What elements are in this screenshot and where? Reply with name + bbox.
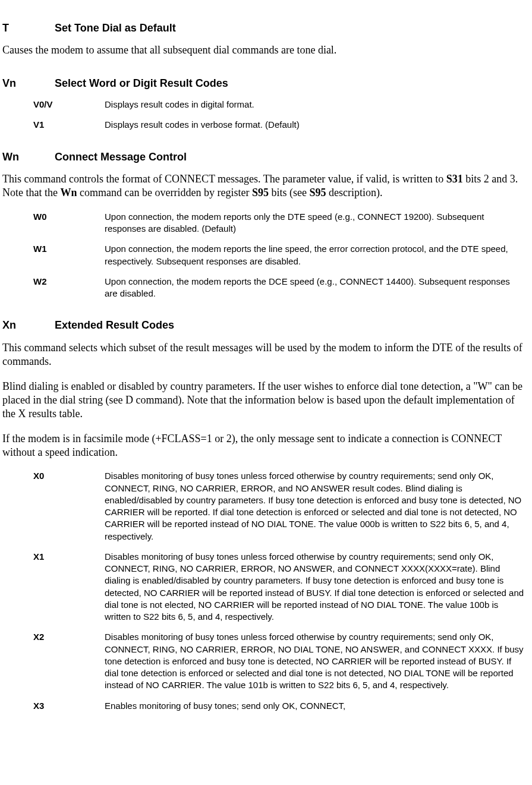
definition-key: V0/V bbox=[33, 99, 105, 111]
definition-row: V0/V Displays result codes in digital fo… bbox=[33, 99, 530, 111]
section-code: Vn bbox=[2, 77, 55, 90]
section-heading-wn: Wn Connect Message Control bbox=[2, 150, 530, 164]
definition-row: X2 Disables monitoring of busy tones unl… bbox=[33, 631, 530, 691]
definition-key: W1 bbox=[33, 243, 105, 255]
definition-key: W2 bbox=[33, 276, 105, 288]
definition-text: Upon connection, the modem reports only … bbox=[105, 211, 530, 235]
section-title: Connect Message Control bbox=[55, 150, 187, 164]
definition-key: X2 bbox=[33, 631, 105, 643]
definition-text: Displays result codes in verbose format.… bbox=[105, 119, 530, 131]
definition-row: X0 Disables monitoring of busy tones unl… bbox=[33, 470, 530, 543]
definition-text: Disables monitoring of busy tones unless… bbox=[105, 551, 530, 623]
definition-row: X3 Enables monitoring of busy tones; sen… bbox=[33, 700, 530, 712]
definition-row: V1 Displays result codes in verbose form… bbox=[33, 119, 530, 131]
definition-key: V1 bbox=[33, 119, 105, 131]
definition-row: X1 Disables monitoring of busy tones unl… bbox=[33, 551, 530, 623]
paragraph: This command selects which subset of the… bbox=[2, 341, 530, 369]
definition-key: X0 bbox=[33, 470, 105, 482]
definition-text: Upon connection, the modem reports the l… bbox=[105, 243, 530, 267]
definition-text: Disables monitoring of busy tones unless… bbox=[105, 470, 530, 543]
paragraph: Blind dialing is enabled or disabled by … bbox=[2, 380, 530, 421]
paragraph: This command controls the format of CONN… bbox=[2, 172, 530, 200]
definition-list-wn: W0 Upon connection, the modem reports on… bbox=[33, 211, 530, 300]
section-code: Xn bbox=[2, 319, 55, 332]
definition-text: Disables monitoring of busy tones unless… bbox=[105, 631, 530, 691]
definition-list-xn: X0 Disables monitoring of busy tones unl… bbox=[33, 470, 530, 712]
definition-row: W1 Upon connection, the modem reports th… bbox=[33, 243, 530, 267]
definition-row: W0 Upon connection, the modem reports on… bbox=[33, 211, 530, 235]
definition-key: X1 bbox=[33, 551, 105, 563]
definition-key: X3 bbox=[33, 700, 105, 712]
section-code: Wn bbox=[2, 150, 55, 164]
section-title: Extended Result Codes bbox=[55, 319, 174, 332]
paragraph: Causes the modem to assume that all subs… bbox=[2, 43, 530, 57]
definition-key: W0 bbox=[33, 211, 105, 223]
section-title: Set Tone Dial as Default bbox=[55, 21, 176, 35]
section-title: Select Word or Digit Result Codes bbox=[55, 77, 228, 90]
definition-text: Enables monitoring of busy tones; send o… bbox=[105, 700, 530, 712]
definition-row: W2 Upon connection, the modem reports th… bbox=[33, 276, 530, 300]
section-heading-t: T Set Tone Dial as Default bbox=[2, 21, 530, 35]
section-heading-xn: Xn Extended Result Codes bbox=[2, 319, 530, 332]
paragraph: If the modem is in facsimile mode (+FCLA… bbox=[2, 432, 530, 460]
definition-text: Upon connection, the modem reports the D… bbox=[105, 276, 530, 300]
section-heading-vn: Vn Select Word or Digit Result Codes bbox=[2, 77, 530, 90]
section-code: T bbox=[2, 21, 55, 35]
definition-text: Displays result codes in digital format. bbox=[105, 99, 530, 111]
definition-list-vn: V0/V Displays result codes in digital fo… bbox=[33, 99, 530, 131]
